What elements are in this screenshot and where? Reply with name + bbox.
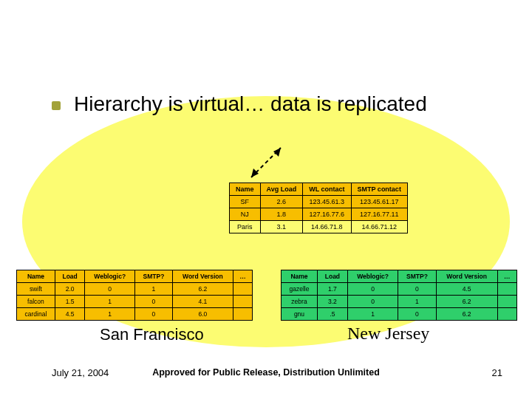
footer-release-statement: Approved for Public Release, Distributio…	[0, 367, 532, 378]
table-row: NJ 1.8 127.16.77.6 127.16.77.11	[230, 208, 408, 221]
th-smtp-contact: SMTP contact	[351, 183, 407, 196]
slide-title: Hierarchy is virtual… data is replicated	[74, 92, 427, 116]
bidirectional-arrow	[244, 140, 296, 185]
footer-page-number: 21	[492, 367, 502, 378]
table-row: swift2.0016.2	[17, 283, 253, 296]
table-row: cardinal4.5106.0	[17, 308, 253, 321]
san-francisco-table: Name Load Weblogic? SMTP? Word Version ……	[16, 270, 253, 321]
table-row: SF 2.6 123.45.61.3 123.45.61.17	[230, 196, 408, 208]
summary-table: Name Avg Load WL contact SMTP contact SF…	[229, 183, 408, 233]
table-row: falcon1.5104.1	[17, 296, 253, 308]
caption-new-jersey: New Jersey	[347, 324, 429, 344]
title-bullet	[52, 101, 61, 110]
new-jersey-table: Name Load Weblogic? SMTP? Word Version ……	[281, 270, 517, 321]
svg-marker-1	[273, 148, 281, 157]
table-row: gnu.5106.2	[282, 308, 517, 321]
th-name: Name	[230, 183, 261, 196]
th-wl-contact: WL contact	[303, 183, 351, 196]
table-row: Paris 3.1 14.66.71.8 14.66.71.12	[230, 221, 408, 233]
svg-marker-2	[251, 168, 259, 177]
table-row: gazelle1.7004.5	[282, 283, 517, 296]
table-row: zebra3.2016.2	[282, 296, 517, 308]
th-avg-load: Avg Load	[260, 183, 303, 196]
caption-san-francisco: San Francisco	[100, 325, 204, 344]
